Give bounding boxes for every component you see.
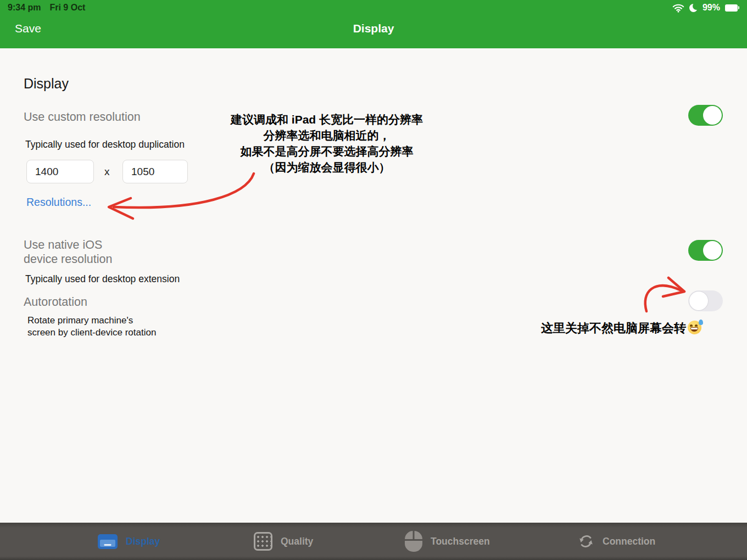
status-time: 9:34 pm — [8, 3, 41, 13]
native-resolution-description: Typically used for desktop extension — [25, 273, 180, 285]
page-title: Display — [0, 22, 747, 35]
tab-label: Touchscreen — [431, 536, 490, 547]
tab-label: Connection — [603, 536, 655, 547]
annotation-line: （因为缩放会显得很小） — [206, 159, 448, 175]
arrow-to-autorotation-toggle — [645, 285, 681, 311]
resolution-x-separator: x — [104, 166, 110, 178]
status-right: 99% — [672, 3, 739, 13]
native-resolution-toggle[interactable] — [688, 240, 723, 261]
status-bar: 9:34 pm Fri 9 Oct 99% — [0, 0, 747, 14]
autorotation-description: Rotate primary machine's screen by clien… — [27, 315, 156, 339]
tab-touchscreen[interactable]: Touchscreen — [405, 523, 490, 560]
wifi-icon — [672, 3, 684, 13]
nav-bar: Save Display — [0, 14, 747, 48]
display-icon — [98, 534, 118, 549]
tab-label: Display — [126, 536, 160, 547]
tab-quality[interactable]: Quality — [254, 523, 313, 560]
native-resolution-label: Use native iOS device resolution — [24, 238, 112, 266]
annotation-line: 分辨率选和电脑相近的， — [206, 127, 448, 143]
arrow-head — [663, 278, 684, 296]
native-resolution-line1: Use native iOS — [24, 238, 112, 252]
section-heading: Display — [24, 76, 69, 92]
moon-icon — [689, 4, 698, 12]
tab-connection[interactable]: Connection — [578, 523, 655, 560]
status-left: 9:34 pm Fri 9 Oct — [8, 3, 85, 13]
resolution-annotation: 建议调成和 iPad 长宽比一样的分辨率 分辨率选和电脑相近的， 如果不是高分屏… — [206, 111, 448, 175]
toggle-knob — [689, 292, 708, 310]
arrow-head — [109, 198, 133, 219]
autorotation-label: Autorotation — [24, 295, 87, 309]
sync-icon — [578, 533, 594, 550]
autorotation-desc-line1: Rotate primary machine's — [27, 315, 156, 327]
custom-resolution-description: Typically used for desktop duplication — [25, 138, 185, 150]
autorotation-annotation: 这里关掉不然电脑屏幕会转 — [541, 320, 739, 337]
sweat-smile-emoji-icon — [688, 321, 701, 334]
tab-display[interactable]: Display — [98, 523, 160, 560]
battery-percent: 99% — [703, 3, 720, 13]
annotation-text: 这里关掉不然电脑屏幕会转 — [541, 321, 686, 335]
autorotation-desc-line2: screen by client-device rotation — [27, 327, 156, 339]
custom-resolution-label: Use custom resolution — [24, 110, 141, 124]
header: 9:34 pm Fri 9 Oct 99% Save Display — [0, 0, 747, 48]
width-input[interactable] — [26, 160, 94, 183]
toggle-knob — [703, 106, 722, 125]
tab-label: Quality — [281, 536, 313, 547]
custom-resolution-toggle[interactable] — [688, 105, 723, 126]
annotation-line: 建议调成和 iPad 长宽比一样的分辨率 — [206, 111, 448, 127]
resolutions-link[interactable]: Resolutions... — [26, 196, 91, 209]
annotation-line: 如果不是高分屏不要选择高分辨率 — [206, 143, 448, 159]
autorotation-toggle[interactable] — [688, 290, 723, 311]
quality-grid-icon — [254, 532, 272, 551]
battery-icon — [725, 4, 739, 12]
tab-bar: Display Quality Touchscreen Connection 值… — [0, 523, 747, 560]
toggle-knob — [703, 241, 722, 260]
height-input[interactable] — [122, 160, 188, 183]
mouse-icon — [405, 531, 422, 552]
native-resolution-line2: device resolution — [24, 252, 112, 266]
app-screen: 9:34 pm Fri 9 Oct 99% Save Display Displ… — [0, 0, 747, 560]
status-date: Fri 9 Oct — [49, 3, 85, 13]
